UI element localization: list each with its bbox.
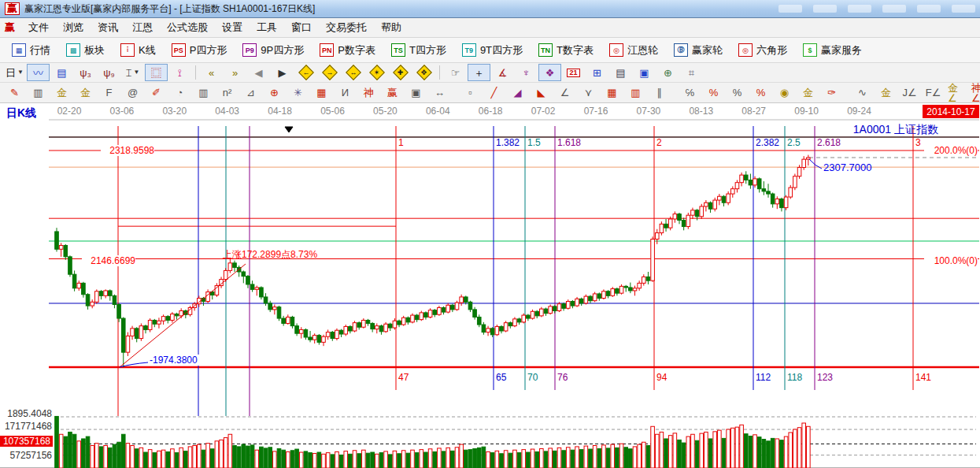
menu-item-浏览[interactable]: 浏览 [56, 20, 91, 35]
gold-circle-tool[interactable]: ◉ [773, 84, 796, 102]
ruler2-tool[interactable]: ▥ [192, 84, 215, 102]
sectors-button[interactable]: ▩板块 [59, 40, 112, 61]
info-panel-tool[interactable]: ▤ [50, 64, 73, 81]
quotes-button[interactable]: ▦行情 [5, 40, 57, 61]
gann-gold-grid-tool[interactable]: 金 [50, 84, 73, 102]
calendar-tool[interactable]: 21 [562, 64, 585, 81]
fan-box-tool[interactable]: ◢ [506, 84, 529, 102]
price-grid-tool[interactable]: ▦ [601, 84, 623, 102]
spiral-tool[interactable]: @ [121, 84, 144, 102]
percent-level-tool[interactable]: % [749, 84, 772, 102]
p9-square-button[interactable]: P99P四方形 [235, 40, 311, 61]
brush-tool[interactable]: ✎ [3, 84, 26, 102]
dropper-tool[interactable]: ✑ [820, 84, 843, 102]
move-button[interactable]: ✥ [412, 64, 435, 81]
last-page-button[interactable]: » [224, 64, 246, 81]
wave-9-tool[interactable]: ψ₉ [98, 64, 120, 81]
menu-item-资讯[interactable]: 资讯 [91, 20, 125, 35]
t-table-button[interactable]: TNT数字表 [531, 40, 601, 61]
price-grid2-tool[interactable]: ▥ [624, 84, 647, 102]
box-grid-tool[interactable]: ▦ [310, 84, 333, 102]
gann-brain-tool[interactable]: ❖ [538, 64, 561, 81]
menu-item-帮助[interactable]: 帮助 [374, 20, 409, 35]
j-angle-tool[interactable]: J∠ [898, 84, 921, 102]
menu-item-公式选股[interactable]: 公式选股 [160, 20, 215, 35]
brush2-tool[interactable]: ✐ [145, 84, 168, 102]
gold-angle-tool[interactable]: 金∠ [945, 84, 968, 102]
shen-angle-tool[interactable]: 神∠ [969, 84, 980, 102]
percent-tool[interactable]: % [726, 84, 749, 102]
network-tool[interactable]: ⊕ [656, 64, 679, 81]
angle-lines-tool[interactable]: ∠ [553, 84, 576, 102]
pan-left-button[interactable]: ← [294, 64, 317, 81]
fan-box2-tool[interactable]: ◣ [530, 84, 553, 102]
k-marker-tool[interactable]: И [334, 84, 357, 102]
menu-item-窗口[interactable]: 窗口 [284, 20, 319, 35]
crosshair-tool[interactable]: ＋ [468, 64, 490, 81]
percent-line-tool[interactable]: % [702, 84, 725, 102]
titlebar-ghost-item[interactable] [778, 5, 802, 13]
titlebar-ghost-item[interactable] [813, 5, 837, 13]
workstation-tool[interactable]: ⌗ [680, 64, 703, 81]
compass-tool[interactable]: ∡ [491, 64, 514, 81]
hand-tool[interactable]: ☞ [444, 64, 467, 81]
titlebar-ghost-item[interactable] [917, 5, 941, 13]
menu-item-文件[interactable]: 文件 [21, 20, 56, 35]
n2-ruler-tool[interactable]: n² [216, 84, 239, 102]
compress-button[interactable]: ✶ [365, 64, 388, 81]
titlebar-ghost-item[interactable] [848, 5, 871, 13]
volume-profile-tool[interactable]: ⟟ [168, 64, 191, 81]
t9-square-button[interactable]: T99T四方形 [455, 40, 530, 61]
box-select-tool[interactable]: ▫ [459, 84, 482, 102]
save-tool[interactable]: ▣ [633, 64, 656, 81]
p-square-button[interactable]: PSP四方形 [165, 40, 235, 61]
menu-item-设置[interactable]: 设置 [215, 20, 250, 35]
parallel-lines-tool[interactable]: ∥ [648, 84, 671, 102]
winner-wheel-button[interactable]: Ⓑ赢家轮 [667, 40, 730, 61]
gann-gold-grid2-tool[interactable]: 金 [74, 84, 97, 102]
wave-3-tool[interactable]: ψ₃ [74, 64, 97, 81]
menu-item-江恩[interactable]: 江恩 [125, 20, 160, 35]
gold-level-tool[interactable]: 金 [797, 84, 819, 102]
p-table-button[interactable]: PNP数字表 [312, 40, 383, 61]
notes-tool[interactable]: ▤ [609, 64, 632, 81]
menu-item-交易委托[interactable]: 交易委托 [319, 20, 374, 35]
titlebar-ghost-item[interactable] [882, 5, 906, 13]
hexagon-button[interactable]: ◎六角形 [731, 40, 794, 61]
target-circle-tool[interactable]: ⊕ [263, 84, 286, 102]
zigzag-chart-tool[interactable]: 〰 [27, 64, 50, 81]
f-angle-tool[interactable]: F∠ [922, 84, 945, 102]
menu-item-工具[interactable]: 工具 [250, 20, 284, 35]
gold-box-tool[interactable]: 金 [875, 84, 897, 102]
angle-measure-tool[interactable]: ⊿ [239, 84, 262, 102]
pattern-tool[interactable]: ⿴ [145, 64, 168, 81]
pan-right-button[interactable]: → [318, 64, 341, 81]
gann-shape-tool[interactable]: ♆ [515, 64, 538, 81]
calculator-tool[interactable]: ⊞ [586, 64, 608, 81]
titlebar-ghost-item[interactable] [952, 5, 975, 13]
gann-wheel-button[interactable]: ◎江恩轮 [602, 40, 665, 61]
first-page-button[interactable]: « [200, 64, 223, 81]
prev-button[interactable]: ◀ [247, 64, 270, 81]
wave-lines-tool[interactable]: ⋎ [577, 84, 600, 102]
candle-style-tool[interactable]: ⌶▼ [121, 64, 144, 81]
percent-table-tool[interactable]: ℅ [679, 84, 701, 102]
kline-button[interactable]: ⫶K线 [113, 40, 163, 61]
shen-grid-tool[interactable]: 神 [357, 84, 380, 102]
ruler-tool[interactable]: ▥ [27, 84, 50, 102]
cycle-ruler-tool[interactable]: ◔ [168, 84, 191, 102]
period-day-selector[interactable]: 日▼ [3, 64, 26, 81]
next-button[interactable]: ▶ [271, 64, 294, 81]
f-grid-tool[interactable]: F [98, 84, 120, 102]
zoom-horizontal-button[interactable]: ↔ [342, 64, 364, 81]
measure-tool[interactable]: ↔ [428, 84, 451, 102]
fan-lines-tool[interactable]: ╱ [483, 84, 505, 102]
t-square-button[interactable]: TST四方形 [384, 40, 453, 61]
ruler-123-tool[interactable]: ▣ [405, 84, 427, 102]
winner-service-button[interactable]: $赢家服务 [796, 40, 869, 61]
star-grid-tool[interactable]: ✳ [287, 84, 309, 102]
expand-button[interactable]: ✚ [389, 64, 412, 81]
kline-chart-svg[interactable]: 02-2003-0603-2004-0304-1805-0605-2006-04… [0, 103, 980, 468]
wave-angle-tool[interactable]: ∿ [851, 84, 874, 102]
ying-grid-tool[interactable]: 赢 [381, 84, 404, 102]
